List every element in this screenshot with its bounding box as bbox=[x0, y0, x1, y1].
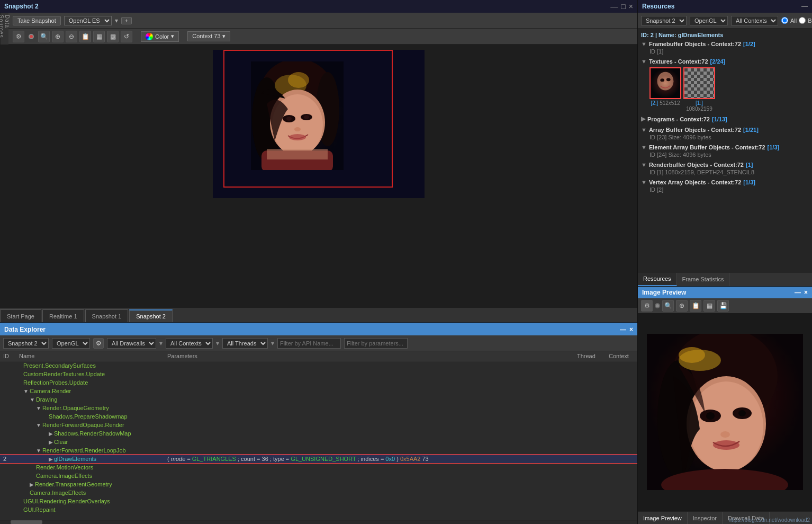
row-id bbox=[0, 429, 16, 438]
element-buffer-section-title[interactable]: ▼ Element Array Buffer Objects - Context… bbox=[641, 144, 809, 151]
vertex-array-section-title[interactable]: ▼ Vertex Array Objects - Context:72 [1/3… bbox=[641, 179, 809, 186]
table-row[interactable]: Camera.ImageEffects bbox=[0, 472, 637, 480]
de-filter-api-input[interactable] bbox=[277, 338, 341, 349]
row-id bbox=[0, 361, 16, 370]
table-row[interactable]: ▼RenderForward.RenderLoopJob bbox=[0, 446, 637, 455]
de-minimize-btn[interactable]: — bbox=[620, 326, 626, 333]
table-row[interactable]: GUI.Repaint bbox=[0, 505, 637, 514]
row-id bbox=[0, 370, 16, 378]
de-close-btn[interactable]: × bbox=[629, 326, 633, 333]
resources-api-select[interactable]: OpenGL bbox=[690, 16, 728, 25]
tab-snapshot-2[interactable]: Snapshot 2 bbox=[129, 309, 173, 322]
minimize-btn[interactable]: — bbox=[610, 2, 618, 11]
svg-point-13 bbox=[294, 127, 301, 131]
rbt-inspector[interactable]: Inspector bbox=[688, 512, 723, 524]
de-threads-select[interactable]: All Threads bbox=[222, 338, 268, 349]
de-api-select[interactable]: OpenGL bbox=[52, 338, 90, 349]
record-icon[interactable] bbox=[29, 34, 34, 39]
table-row[interactable]: ▼Camera.Render bbox=[0, 387, 637, 395]
framebuffer-section-title[interactable]: ▼ Framebuffer Objects - Context:72 [1/2] bbox=[641, 40, 809, 48]
table-row[interactable]: ▼Render.OpaqueGeometry bbox=[0, 404, 637, 412]
resources-snapshot-select[interactable]: Snapshot 2 bbox=[641, 16, 687, 25]
de-contexts-select[interactable]: All Contexts bbox=[166, 338, 213, 349]
tab-frame-statistics[interactable]: Frame Statistics bbox=[677, 273, 730, 286]
data-table-container: ID Name Parameters Thread Context bbox=[0, 351, 637, 520]
tab-realtime-1[interactable]: Realtime 1 bbox=[42, 309, 84, 322]
table-row[interactable]: ReflectionProbes.Update bbox=[0, 378, 637, 387]
de-snapshot-select[interactable]: Snapshot 2 bbox=[3, 338, 49, 349]
de-drawcalls-select[interactable]: All Drawcalls bbox=[107, 338, 156, 349]
ip-search-icon[interactable]: 🔍 bbox=[662, 300, 674, 312]
maximize-btn[interactable]: □ bbox=[621, 2, 625, 11]
table-row[interactable]: ▼Drawing bbox=[0, 395, 637, 404]
ip-canvas bbox=[638, 313, 812, 512]
top-section: Snapshot 2 — □ × Data Sources Take Snaps… bbox=[0, 0, 812, 524]
texture-thumb-1[interactable]: [2:] 512x512 bbox=[649, 67, 681, 112]
table-row[interactable]: Render.MotionVectors bbox=[0, 463, 637, 472]
de-settings-icon[interactable]: ⚙ bbox=[93, 338, 104, 349]
table-row[interactable]: Camera.ImageEffects bbox=[0, 489, 637, 497]
scrollbar-thumb[interactable] bbox=[11, 520, 42, 524]
ip-grid-icon[interactable]: ▦ bbox=[703, 300, 715, 312]
ip-portrait-svg bbox=[647, 334, 803, 490]
de-filter-params-input[interactable] bbox=[344, 338, 408, 349]
ip-save-icon[interactable]: 💾 bbox=[717, 300, 729, 312]
array-buffer-section-title[interactable]: ▼ Array Buffer Objects - Context:72 [1/2… bbox=[641, 126, 809, 134]
portrait-container bbox=[251, 61, 344, 170]
ip-close-btn[interactable]: × bbox=[804, 289, 808, 296]
refresh-icon[interactable]: ↺ bbox=[121, 31, 132, 42]
chevron-down-icon4: ▼ bbox=[641, 144, 647, 150]
tab-start-page[interactable]: Start Page bbox=[0, 309, 41, 322]
add-tab-btn[interactable]: + bbox=[121, 17, 132, 24]
col-id: ID bbox=[0, 351, 16, 361]
rbt-image-preview[interactable]: Image Preview bbox=[638, 512, 688, 524]
table-row-selected[interactable]: 2 ▶glDrawElements ( mode = GL_TRIANGLES … bbox=[0, 455, 637, 463]
grid2-icon[interactable]: ▩ bbox=[107, 31, 119, 42]
table-row[interactable]: ▶Clear bbox=[0, 438, 637, 446]
close-btn[interactable]: × bbox=[629, 2, 633, 11]
ip-zoom-in-icon[interactable]: ⊕ bbox=[676, 300, 688, 312]
tab-resources[interactable]: Resources bbox=[638, 273, 677, 286]
texture-thumb-2[interactable]: [1:] 1080x2159 bbox=[683, 67, 715, 112]
row-params bbox=[164, 387, 574, 395]
left-panel: Snapshot 2 — □ × Data Sources Take Snaps… bbox=[0, 0, 637, 524]
all-radio[interactable] bbox=[781, 17, 788, 24]
grid-icon[interactable]: ▦ bbox=[93, 31, 105, 42]
row-params bbox=[164, 361, 574, 370]
data-sources-text: Data Sources bbox=[0, 15, 11, 42]
settings-icon[interactable]: ⚙ bbox=[13, 31, 24, 42]
de-threads-arrow: ▾ bbox=[271, 340, 274, 347]
zoom-in-icon[interactable]: ⊕ bbox=[52, 31, 64, 42]
table-row[interactable]: ▶Shadows.RenderShadowMap bbox=[0, 429, 637, 438]
chevron-down-icon3: ▼ bbox=[641, 127, 647, 133]
bound-radio[interactable] bbox=[799, 17, 806, 24]
row-context bbox=[606, 472, 637, 480]
color-picker-btn[interactable]: Color ▾ bbox=[141, 31, 179, 42]
copy-icon[interactable]: 📋 bbox=[79, 31, 91, 42]
renderbuffer-section-title[interactable]: ▼ Renderbuffer Objects - Context:72 [1] bbox=[641, 161, 809, 168]
table-row[interactable]: Present.SecondarySurfaces bbox=[0, 361, 637, 370]
resources-contexts-select[interactable]: All Contexts bbox=[731, 16, 778, 25]
zoom-out-icon[interactable]: ⊖ bbox=[66, 31, 77, 42]
row-id bbox=[0, 505, 16, 514]
context-btn[interactable]: Context 73 ▾ bbox=[187, 31, 230, 41]
search-icon[interactable]: 🔍 bbox=[38, 31, 50, 42]
row-thread bbox=[574, 361, 606, 370]
table-row[interactable]: CustomRenderTextures.Update bbox=[0, 370, 637, 378]
ip-copy-icon[interactable]: 📋 bbox=[690, 300, 701, 312]
opengl-select[interactable]: OpenGL ES bbox=[64, 16, 112, 25]
table-row[interactable]: Shadows.PrepareShadowmap bbox=[0, 412, 637, 421]
tab-snapshot-1[interactable]: Snapshot 1 bbox=[85, 309, 129, 322]
table-row[interactable]: ▶Render.TransparentGeometry bbox=[0, 480, 637, 489]
take-snapshot-btn[interactable]: Take Snapshot bbox=[13, 16, 61, 25]
resources-minimize-btn[interactable]: — bbox=[801, 3, 808, 10]
vertex-array-label: Vertex Array Objects - Context:72 bbox=[649, 179, 741, 185]
ip-settings-icon[interactable]: ⚙ bbox=[641, 300, 653, 312]
table-row[interactable]: UGUI.Rendering.RenderOverlays bbox=[0, 497, 637, 505]
ip-minimize-btn[interactable]: — bbox=[795, 289, 801, 296]
horizontal-scrollbar[interactable] bbox=[0, 520, 637, 524]
programs-section-title[interactable]: ▶ Programs - Context:72 [1/13] bbox=[641, 115, 809, 123]
row-context bbox=[606, 455, 637, 463]
table-row[interactable]: ▼RenderForwardOpaque.Render bbox=[0, 421, 637, 429]
textures-section-title[interactable]: ▼ Textures - Context:72 [2/24] bbox=[641, 58, 809, 65]
